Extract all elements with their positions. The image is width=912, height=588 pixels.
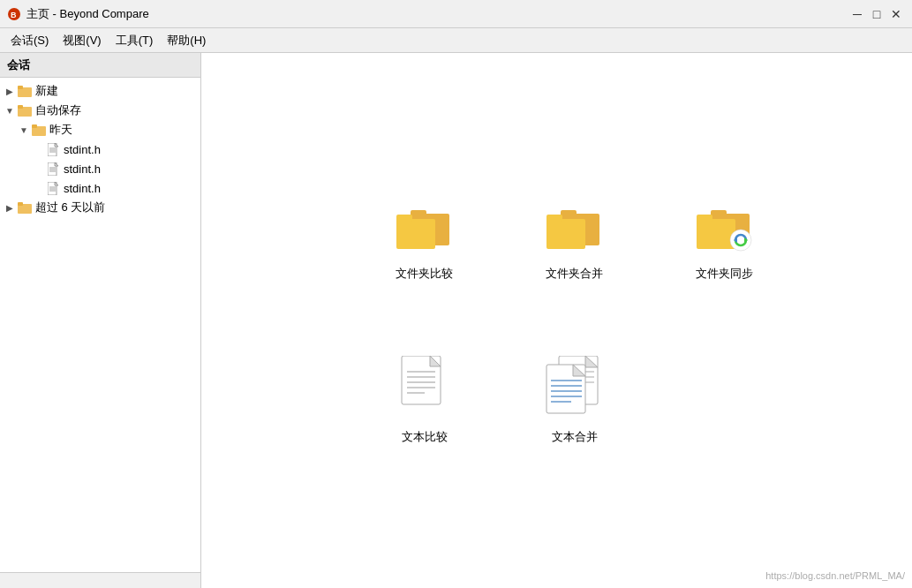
tree-item-new[interactable]: ▶ 新建: [0, 81, 200, 101]
tree-label-yesterday: 昨天: [49, 122, 72, 138]
svg-rect-28: [18, 202, 23, 206]
icon-label-text-compare: 文本比较: [402, 429, 448, 445]
tree-label-file1: stdint.h: [64, 143, 101, 156]
folder-double-icon: [543, 201, 607, 257]
svg-text:B: B: [11, 11, 17, 19]
folder-icon: [32, 123, 46, 137]
file-icon: [46, 142, 60, 156]
folder-sync-icon: [693, 201, 757, 257]
tree-item-old[interactable]: ▶ 超过 6 天以前: [0, 198, 200, 217]
tree-toggle-file2[interactable]: [32, 162, 44, 175]
svg-rect-40: [697, 215, 712, 222]
tree-label-old: 超过 6 天以前: [35, 200, 105, 215]
icon-label-folder-merge: 文件夹合并: [546, 266, 603, 282]
svg-point-41: [730, 230, 751, 251]
file-icon: [46, 162, 60, 176]
tree-label-autosave: 自动保存: [35, 102, 81, 118]
sidebar-scrollbar[interactable]: [0, 572, 200, 588]
tree-toggle-new[interactable]: ▶: [4, 85, 16, 97]
menu-item-tools[interactable]: 工具(T): [109, 30, 161, 51]
icon-label-text-merge: 文本合并: [552, 429, 598, 445]
tree-toggle-old[interactable]: ▶: [4, 201, 16, 214]
tree-item-file2[interactable]: stdint.h: [0, 159, 200, 178]
content-area: 文件夹比较 文件夹合并 文件夹同步: [201, 53, 912, 588]
icon-label-folder-sync: 文件夹同步: [696, 266, 753, 282]
text-double-icon: [543, 356, 607, 420]
title-bar: B 主页 - Beyond Compare ─ □ ✕: [0, 0, 912, 28]
maximize-button[interactable]: □: [868, 5, 886, 23]
menu-bar: 会话(S)视图(V)工具(T)帮助(H): [0, 28, 912, 53]
svg-rect-34: [561, 210, 577, 217]
tree-item-autosave[interactable]: ▼ 自动保存: [0, 101, 200, 120]
svg-rect-31: [396, 219, 435, 249]
text-single-icon: [398, 356, 451, 420]
svg-rect-36: [546, 215, 562, 222]
tree-item-yesterday[interactable]: ▼ 昨天: [0, 120, 200, 139]
sidebar-tree: ▶ 新建▼ 自动保存▼ 昨天 stdint.h: [0, 78, 200, 572]
svg-rect-39: [697, 219, 735, 249]
tree-toggle-file3[interactable]: [32, 182, 44, 194]
folder-icon: [18, 200, 32, 215]
icon-label-folder-compare: 文件夹比较: [396, 266, 453, 282]
svg-rect-30: [411, 210, 426, 217]
minimize-button[interactable]: ─: [848, 5, 866, 23]
menu-item-session[interactable]: 会话(S): [4, 30, 56, 51]
app-icon: B: [7, 7, 21, 21]
svg-rect-7: [18, 105, 23, 109]
tree-toggle-file1[interactable]: [32, 143, 44, 155]
icon-grid: 文件夹比较 文件夹合并 文件夹同步: [341, 153, 809, 488]
tree-item-file1[interactable]: stdint.h: [0, 139, 200, 159]
file-icon: [46, 181, 60, 195]
main-layout: 会话 ▶ 新建▼ 自动保存▼ 昨天 stdint.h: [0, 53, 912, 588]
folder-double-icon: [393, 201, 456, 257]
svg-rect-38: [711, 210, 727, 217]
close-button[interactable]: ✕: [887, 5, 905, 23]
tree-item-file3[interactable]: stdint.h: [0, 178, 200, 198]
icon-cell-folder-compare[interactable]: 文件夹比较: [358, 170, 491, 312]
icon-cell-text-compare[interactable]: 文本比较: [358, 329, 491, 471]
sidebar-header: 会话: [0, 53, 200, 78]
svg-rect-32: [396, 215, 412, 222]
tree-toggle-yesterday[interactable]: ▼: [18, 124, 30, 136]
title-bar-controls: ─ □ ✕: [848, 5, 905, 23]
tree-label-file2: stdint.h: [64, 162, 101, 176]
tree-toggle-autosave[interactable]: ▼: [4, 104, 16, 117]
tree-label-new: 新建: [35, 83, 58, 99]
menu-item-view[interactable]: 视图(V): [56, 30, 108, 51]
svg-rect-35: [546, 219, 585, 249]
folder-icon: [18, 84, 32, 98]
icon-cell-folder-merge[interactable]: 文件夹合并: [509, 170, 641, 312]
sidebar: 会话 ▶ 新建▼ 自动保存▼ 昨天 stdint.h: [0, 53, 201, 588]
title-bar-text: 主页 - Beyond Compare: [26, 6, 848, 22]
icon-cell-folder-sync[interactable]: 文件夹同步: [659, 170, 791, 312]
icon-cell-empty: [659, 329, 791, 471]
tree-label-file3: stdint.h: [64, 182, 101, 195]
menu-item-help[interactable]: 帮助(H): [160, 30, 213, 51]
folder-icon: [18, 103, 32, 117]
svg-rect-4: [18, 86, 23, 89]
icon-cell-text-merge[interactable]: 文本合并: [509, 329, 641, 471]
svg-rect-10: [32, 124, 37, 128]
watermark: https://blog.csdn.net/PRML_MA/: [765, 570, 905, 581]
